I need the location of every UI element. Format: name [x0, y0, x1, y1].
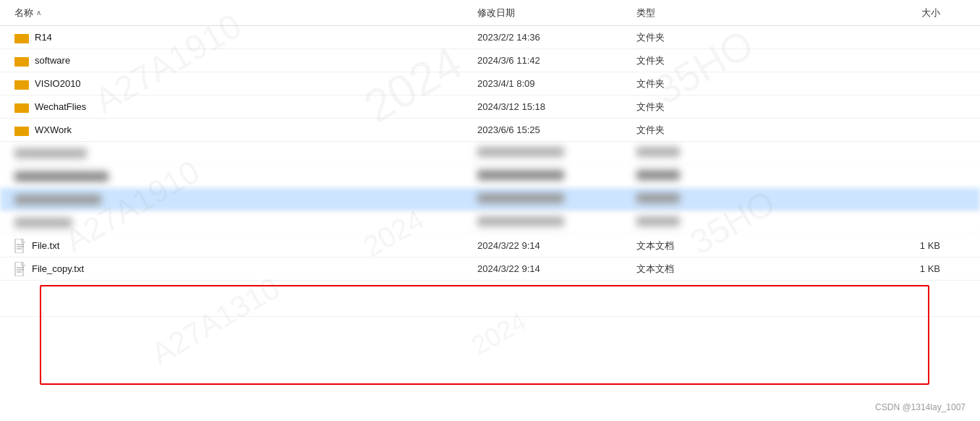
- file-explorer: A27A1910 2024 35HO A27A1910 2024 35HO A2…: [0, 0, 980, 421]
- file-name-cell: File_copy.txt: [0, 262, 477, 276]
- file-name: File_copy.txt: [32, 263, 84, 274]
- file-type: 文本文档: [636, 263, 825, 276]
- blurred-row-3: [0, 188, 980, 211]
- folder-row[interactable]: WechatFlies 2024/3/12 15:18 文件夹: [0, 95, 980, 119]
- table-header: 名称 ∧ 修改日期 类型 大小: [0, 0, 980, 26]
- txt-icon: [14, 262, 26, 276]
- file-size: 1 KB: [825, 240, 955, 251]
- folder-icon: [14, 55, 29, 67]
- folder-type: 文件夹: [636, 101, 825, 114]
- folder-name-cell: WXWork: [0, 124, 477, 136]
- folder-type: 文件夹: [636, 31, 825, 44]
- folder-name: software: [35, 55, 70, 66]
- file-row[interactable]: File.txt 2024/3/22 9:14 文本文档 1 KB: [0, 234, 980, 258]
- blurred-row-4: [0, 211, 980, 234]
- folder-name-cell: WechatFlies: [0, 101, 477, 113]
- sort-arrow[interactable]: ∧: [36, 9, 41, 17]
- txt-icon: [14, 239, 26, 253]
- folder-date: 2024/3/6 11:42: [477, 55, 636, 66]
- folder-name: VISIO2010: [35, 78, 81, 89]
- folder-type: 文件夹: [636, 77, 825, 90]
- folder-row[interactable]: R14 2023/2/2 14:36 文件夹: [0, 26, 980, 49]
- file-name: File.txt: [32, 240, 59, 251]
- folder-name-cell: VISIO2010: [0, 78, 477, 90]
- folder-name-cell: software: [0, 55, 477, 67]
- folder-name: WechatFlies: [35, 101, 86, 112]
- csdn-label: CSDN @1314lay_1007: [875, 402, 966, 412]
- file-row[interactable]: File_copy.txt 2024/3/22 9:14 文本文档 1 KB: [0, 258, 980, 281]
- col-date-header[interactable]: 修改日期: [477, 7, 636, 20]
- folder-icon: [14, 32, 29, 43]
- empty-row: [0, 281, 980, 317]
- col-type-header[interactable]: 类型: [636, 7, 825, 20]
- col-size-header[interactable]: 大小: [825, 7, 955, 20]
- folder-row[interactable]: software 2024/3/6 11:42 文件夹: [0, 49, 980, 72]
- file-size: 1 KB: [825, 263, 955, 274]
- folder-date: 2023/6/6 15:25: [477, 124, 636, 135]
- file-date: 2024/3/22 9:14: [477, 263, 636, 274]
- file-list: File.txt 2024/3/22 9:14 文本文档 1 KB File_c…: [0, 234, 980, 281]
- blurred-row-2: [0, 165, 980, 188]
- folder-row[interactable]: VISIO2010 2023/4/1 8:09 文件夹: [0, 72, 980, 95]
- col-name-header[interactable]: 名称 ∧: [0, 7, 477, 20]
- folder-name: WXWork: [35, 124, 72, 135]
- blurred-row-1: [0, 142, 980, 165]
- folder-date: 2023/4/1 8:09: [477, 78, 636, 89]
- file-type: 文本文档: [636, 239, 825, 252]
- folder-date: 2024/3/12 15:18: [477, 101, 636, 112]
- folder-row[interactable]: WXWork 2023/6/6 15:25 文件夹: [0, 119, 980, 142]
- folder-type: 文件夹: [636, 54, 825, 67]
- folder-name-cell: R14: [0, 32, 477, 43]
- folder-name: R14: [35, 32, 52, 43]
- folder-list: R14 2023/2/2 14:36 文件夹 software 2024/3/6…: [0, 26, 980, 142]
- file-date: 2024/3/22 9:14: [477, 240, 636, 251]
- name-label: 名称: [14, 7, 33, 20]
- folder-date: 2023/2/2 14:36: [477, 32, 636, 43]
- file-name-cell: File.txt: [0, 239, 477, 253]
- folder-type: 文件夹: [636, 124, 825, 137]
- folder-icon: [14, 124, 29, 136]
- folder-icon: [14, 101, 29, 113]
- folder-icon: [14, 78, 29, 90]
